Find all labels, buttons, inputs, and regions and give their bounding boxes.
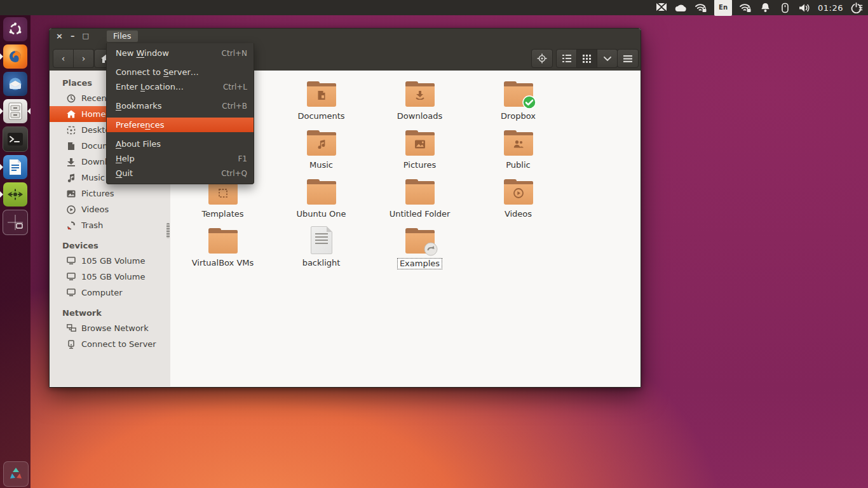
sidebar-item-browse-network[interactable]: Browse Network — [50, 320, 170, 336]
sidebar-section-network: Network — [50, 301, 170, 320]
grid-view-icon — [583, 55, 591, 63]
menu-item-new-window[interactable]: New Window Ctrl+N — [107, 46, 254, 60]
launcher-item-dash[interactable] — [3, 17, 27, 41]
clock[interactable]: 01:26 — [818, 0, 843, 15]
sidebar-item-connect-to-server[interactable]: Connect to Server — [50, 336, 170, 352]
launcher-item-trash[interactable] — [3, 461, 29, 487]
home-icon — [66, 109, 76, 119]
running-indicator — [0, 53, 3, 60]
folder-icon — [503, 177, 534, 206]
launcher-item-libreoffice-writer[interactable] — [3, 155, 27, 179]
file-item-documents[interactable]: Documents — [272, 74, 370, 123]
sidebar-section-devices: Devices — [50, 233, 170, 253]
file-item-backlight[interactable]: backlight — [272, 220, 370, 269]
file-item-untitled-folder[interactable]: Untitled Folder — [370, 172, 469, 220]
play-emblem-icon — [513, 188, 524, 198]
launcher-item-thunderbird[interactable] — [3, 72, 27, 96]
menu-item-about-files[interactable]: About Files — [107, 137, 254, 151]
wifi-secure-icon[interactable] — [695, 0, 707, 15]
folder-icon — [208, 226, 238, 255]
download-emblem-icon — [416, 91, 424, 100]
trash-icon — [66, 220, 76, 231]
volume-icon[interactable] — [798, 0, 811, 15]
launcher-item-viewer[interactable] — [3, 182, 27, 207]
running-indicator — [0, 191, 3, 198]
sidebar-item-computer[interactable]: Computer — [50, 285, 170, 301]
image-emblem-icon — [414, 140, 425, 149]
menubar-files[interactable]: Files — [107, 30, 138, 42]
sidebar-item-volume-1[interactable]: 105 GB Volume — [50, 253, 170, 269]
file-item-examples[interactable]: Examples — [370, 220, 469, 269]
cloud-icon[interactable] — [675, 0, 688, 15]
sync-indicator-icon[interactable] — [655, 0, 668, 15]
battery-icon[interactable] — [778, 0, 791, 15]
back-button[interactable]: ‹ — [53, 49, 74, 68]
forward-button[interactable]: › — [74, 49, 94, 68]
focused-indicator — [27, 108, 31, 114]
launcher-item-terminal[interactable] — [3, 126, 28, 152]
system-tray: En — [655, 0, 868, 16]
pictures-icon — [66, 189, 76, 199]
view-toggle-group — [556, 49, 618, 67]
sidebar-item-videos[interactable]: Videos — [50, 201, 170, 217]
close-button[interactable]: × — [56, 30, 63, 42]
server-icon — [66, 339, 76, 349]
window-menu-button[interactable] — [617, 49, 639, 68]
list-view-icon — [562, 55, 571, 62]
sidebar-item-trash[interactable]: Trash — [50, 217, 170, 233]
file-item-videos[interactable]: Videos — [469, 172, 567, 220]
menu-item-help[interactable]: Help F1 — [107, 151, 254, 166]
file-item-virtualbox-vms[interactable]: VirtualBox VMs — [173, 220, 272, 269]
top-panel: En — [0, 0, 868, 15]
desktop-icon — [66, 125, 76, 135]
file-item-public[interactable]: Public — [469, 123, 567, 172]
maximize-button[interactable]: □ — [82, 30, 88, 42]
computer-icon — [66, 288, 76, 298]
search-icon — [537, 53, 547, 64]
minimize-button[interactable]: – — [71, 30, 75, 42]
file-item-ubuntu-one[interactable]: Ubuntu One — [272, 172, 370, 220]
hamburger-icon — [623, 55, 632, 62]
grid-view-button[interactable] — [577, 49, 597, 68]
notifications-bell-icon[interactable] — [759, 0, 771, 15]
session-power-icon[interactable] — [850, 0, 863, 15]
menu-item-bookmarks[interactable]: Bookmarks Ctrl+B — [107, 98, 254, 113]
keyboard-layout-indicator[interactable]: En — [714, 0, 732, 16]
wifi-secure-icon-2[interactable] — [739, 0, 752, 15]
videos-icon — [66, 205, 76, 215]
launcher-item-files[interactable] — [3, 99, 27, 123]
menu-item-connect-to-server[interactable]: Connect to Server… — [107, 65, 254, 79]
folder-icon — [306, 128, 337, 157]
sidebar-item-volume-2[interactable]: 105 GB Volume — [50, 269, 170, 285]
launcher-item-firefox[interactable] — [3, 44, 27, 69]
drive-icon — [66, 272, 76, 282]
menu-item-preferences[interactable]: Preferences — [107, 118, 254, 132]
document-icon — [66, 141, 76, 151]
launcher-item-workspace-switcher[interactable] — [3, 210, 28, 235]
recent-icon — [66, 93, 76, 104]
search-button[interactable] — [531, 49, 553, 68]
window-controls: × – □ — [56, 30, 89, 42]
sidebar-scrollbar-thumb[interactable] — [166, 223, 170, 238]
drive-icon — [66, 256, 76, 266]
sidebar-item-pictures[interactable]: Pictures — [50, 186, 170, 201]
file-item-pictures[interactable]: Pictures — [370, 123, 469, 172]
file-item-downloads[interactable]: Downloads — [370, 74, 469, 123]
file-item-dropbox[interactable]: Dropbox — [469, 74, 567, 123]
focused-indicator — [0, 108, 3, 114]
menu-item-quit[interactable]: Quit Ctrl+Q — [107, 166, 254, 180]
folder-icon — [503, 79, 534, 108]
file-item-music[interactable]: Music — [272, 123, 370, 172]
running-indicator — [0, 164, 3, 170]
list-view-button[interactable] — [556, 49, 577, 68]
nav-buttons: ‹ › — [53, 49, 94, 67]
folder-icon — [405, 177, 435, 206]
menu-item-enter-location[interactable]: Enter Location… Ctrl+L — [107, 79, 254, 94]
document-emblem-icon — [317, 90, 325, 100]
folder-icon — [306, 79, 337, 108]
template-emblem-icon — [218, 188, 227, 198]
unity-launcher — [0, 15, 31, 488]
music-icon — [66, 173, 76, 183]
folder-icon — [405, 79, 435, 108]
view-options-dropdown[interactable] — [597, 49, 618, 68]
